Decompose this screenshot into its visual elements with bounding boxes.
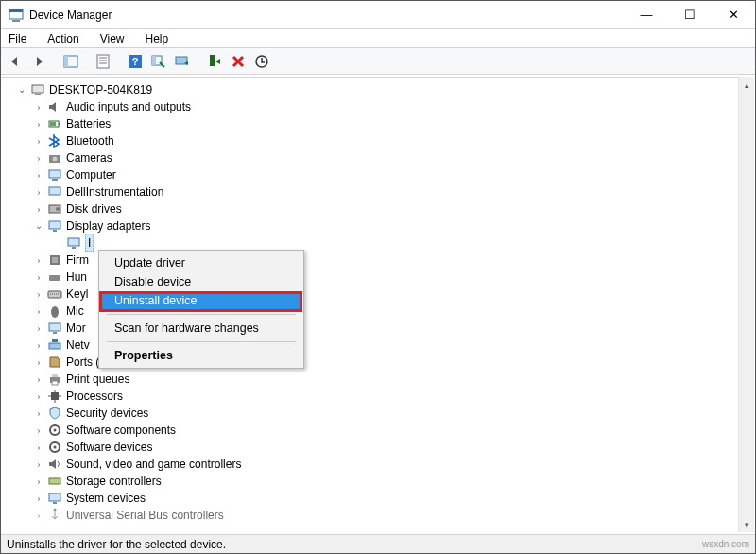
tree-root-label: DESKTOP-504K819 [49, 81, 152, 98]
expand-icon[interactable]: › [32, 183, 45, 200]
menu-help[interactable]: Help [142, 31, 173, 46]
expand-icon[interactable]: › [32, 507, 45, 524]
ctx-properties[interactable]: Properties [101, 346, 301, 365]
show-hide-console-button[interactable] [60, 51, 81, 72]
menu-view[interactable]: View [96, 31, 129, 46]
svg-rect-14 [210, 55, 215, 66]
network-icon [47, 338, 62, 353]
svg-rect-24 [52, 179, 58, 181]
disable-device-button[interactable] [228, 51, 249, 72]
software-icon [47, 423, 62, 438]
update-driver-button[interactable] [172, 51, 193, 72]
expand-icon[interactable]: › [32, 388, 45, 405]
ctx-disable-device[interactable]: Disable device [101, 272, 301, 291]
svg-rect-16 [32, 85, 43, 93]
svg-rect-43 [52, 374, 58, 377]
bluetooth-icon [47, 133, 62, 148]
tree-item[interactable]: ›System devices [4, 490, 752, 507]
expand-icon[interactable]: › [32, 200, 45, 217]
expand-icon[interactable]: › [32, 98, 45, 115]
app-icon [9, 8, 24, 23]
tree-item[interactable]: ›Sound, video and game controllers [4, 456, 752, 473]
uninstall-device-button[interactable] [251, 51, 272, 72]
svg-rect-25 [49, 187, 60, 195]
disk-icon [47, 201, 62, 216]
svg-rect-1 [9, 9, 23, 12]
back-button[interactable] [5, 51, 26, 72]
vertical-scrollbar[interactable]: ▴ ▾ [738, 77, 754, 532]
expand-icon[interactable]: › [32, 132, 45, 149]
tree-item[interactable]: ›Disk drives [4, 200, 752, 217]
scroll-down-button[interactable]: ▾ [739, 516, 754, 532]
svg-rect-28 [49, 221, 60, 229]
expand-icon[interactable]: › [32, 473, 45, 490]
ctx-scan-hardware[interactable]: Scan for hardware changes [101, 319, 301, 338]
expand-icon[interactable]: › [32, 490, 45, 507]
expand-icon[interactable]: › [32, 268, 45, 286]
forward-button[interactable] [28, 51, 49, 72]
expand-icon[interactable]: › [32, 422, 45, 439]
expand-icon[interactable]: › [32, 166, 45, 183]
window-controls: — ☐ ✕ [625, 1, 755, 28]
tree-item[interactable]: ›Bluetooth [4, 132, 752, 149]
collapse-icon[interactable]: ⌄ [15, 81, 28, 98]
minimize-button[interactable]: — [625, 1, 668, 28]
tree-item[interactable]: ›Print queues [4, 371, 752, 388]
svg-point-57 [54, 509, 57, 511]
sound-icon [47, 457, 62, 472]
tree-item[interactable]: ›Processors [4, 388, 752, 405]
svg-rect-4 [64, 56, 68, 67]
watermark: wsxdn.com [702, 539, 749, 549]
tree-item[interactable]: ›Security devices [4, 405, 752, 422]
tree-item[interactable]: ›Computer [4, 166, 752, 183]
expand-icon[interactable]: › [32, 115, 45, 132]
expand-icon[interactable]: › [32, 337, 45, 354]
expand-icon[interactable]: › [32, 320, 45, 337]
system-icon [47, 491, 62, 506]
expand-icon[interactable]: › [32, 149, 45, 166]
expand-icon[interactable]: › [32, 303, 45, 320]
ctx-uninstall-device[interactable]: Uninstall device [101, 291, 301, 310]
toolbar: ? [1, 48, 755, 75]
scan-hardware-button[interactable] [148, 51, 169, 72]
tree-item[interactable]: ›Audio inputs and outputs [4, 98, 752, 115]
tree-item[interactable]: ›Batteries [4, 115, 752, 132]
menu-file[interactable]: File [5, 31, 30, 46]
scroll-up-button[interactable]: ▴ [739, 77, 754, 93]
tree-item[interactable]: ›Storage controllers [4, 473, 752, 490]
help-button[interactable]: ? [125, 51, 146, 72]
expand-icon[interactable]: › [32, 456, 45, 473]
expand-icon[interactable]: › [32, 286, 45, 303]
enable-device-button[interactable] [204, 51, 225, 72]
svg-rect-45 [51, 392, 59, 400]
expand-icon[interactable]: › [32, 354, 45, 371]
processor-icon [47, 389, 62, 404]
svg-rect-40 [49, 343, 60, 349]
menu-action[interactable]: Action [43, 31, 82, 46]
tree-item[interactable]: ›Cameras [4, 149, 752, 166]
expand-icon[interactable]: › [32, 251, 45, 268]
close-button[interactable]: ✕ [712, 1, 755, 28]
menubar: File Action View Help [1, 29, 755, 48]
expand-icon[interactable]: › [32, 439, 45, 456]
expand-icon[interactable]: › [32, 405, 45, 422]
camera-icon [47, 150, 62, 165]
tree-item[interactable]: ›Software components [4, 422, 752, 439]
properties-button[interactable] [93, 51, 113, 72]
svg-rect-55 [49, 493, 60, 501]
storage-icon [47, 474, 62, 489]
tree-item[interactable]: ›Universal Serial Bus controllers [4, 507, 752, 524]
tree-root[interactable]: ⌄ DESKTOP-504K819 [4, 81, 752, 98]
svg-rect-20 [50, 122, 56, 126]
window-title: Device Manager [29, 9, 625, 22]
maximize-button[interactable]: ☐ [668, 1, 712, 28]
ctx-update-driver[interactable]: Update driver [101, 253, 301, 272]
tree-item[interactable]: ›DellInstrumentation [4, 183, 752, 200]
collapse-icon[interactable]: ⌄ [32, 217, 45, 234]
tree-item-display-adapters[interactable]: ⌄Display adapters [4, 217, 752, 234]
tree-item[interactable]: ›Software devices [4, 439, 752, 456]
svg-rect-44 [52, 381, 58, 385]
display-icon [47, 218, 62, 234]
svg-point-22 [53, 157, 58, 162]
expand-icon[interactable]: › [32, 371, 45, 388]
